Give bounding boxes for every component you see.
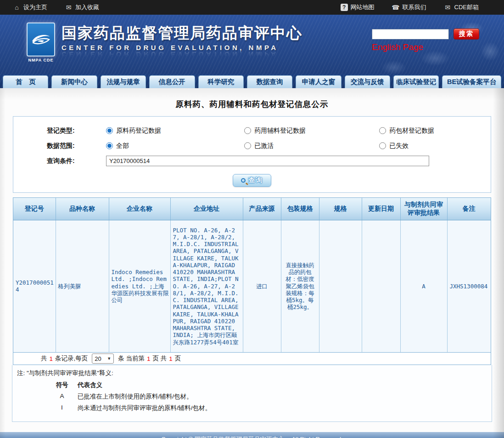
nav-tab-data-query[interactable]: 数据查询 (247, 75, 292, 88)
pagination-current-page: 1 (147, 355, 151, 362)
legend-symbol-i: I (53, 404, 71, 412)
radio-option-all[interactable]: 全部 (106, 142, 244, 150)
col-header-product-source: 产品来源 (243, 198, 281, 220)
nav-tab-be-platform[interactable]: BE试验备案平台 (442, 75, 501, 88)
logo[interactable]: NMPA CDE (26, 21, 56, 62)
col-header-remark: 备注 (447, 198, 491, 220)
nav-tab-info-disclosure[interactable]: 信息公开 (149, 75, 195, 88)
logo-swoosh-icon (30, 30, 51, 49)
legend-header-meaning: 代表含义 (71, 381, 102, 389)
topbar-right-group: ? 网站地图 ☎ 联系我们 ✉ CDE邮箱 (341, 3, 479, 11)
radio-activated-label: 已激活 (254, 142, 274, 150)
radio-api-data[interactable] (106, 127, 113, 134)
radio-option-activated[interactable]: 已激活 (244, 142, 379, 150)
cell-review-result: A (400, 220, 447, 352)
radio-option-packaging-data[interactable]: 药包材登记数据 (379, 127, 434, 135)
radio-all-label: 全部 (116, 142, 129, 150)
cell-update-date (362, 220, 400, 352)
radio-packaging-data[interactable] (379, 127, 386, 134)
data-scope-row: 数据范围: 全部 已激活 已失效 (13, 138, 491, 153)
footer-copyright: Copyright © 国家药品监督管理局药品审评中心 All Right Re… (0, 435, 504, 438)
topbar-left-group: ⌂ 设为主页 ✉ 加入收藏 (13, 3, 99, 11)
query-form: 登记类型: 原料药登记数据 药用辅料登记数据 药包材登记数据 数据范围: (13, 116, 491, 193)
contact-us-label: 联系我们 (403, 3, 426, 11)
legend-row-a: A 已批准在上市制剂使用的原料/辅料/包材。 (17, 393, 487, 401)
radio-activated[interactable] (244, 142, 251, 149)
radio-all[interactable] (106, 142, 113, 149)
radio-option-excipient-data[interactable]: 药用辅料登记数据 (244, 127, 379, 135)
col-header-packaging-spec: 包装规格 (281, 198, 319, 220)
left-edge-shadow (0, 88, 6, 438)
nav-tab-feedback[interactable]: 交流与反馈 (345, 75, 390, 88)
page: ⌂ 设为主页 ✉ 加入收藏 ? 网站地图 ☎ 联系我们 ✉ CDE邮箱 (0, 0, 504, 438)
page-title: 原料药、药用辅料和药包材登记信息公示 (0, 88, 504, 110)
legend-meaning-i: 尚未通过与制剂共同审评审批的原料/辅料/包材。 (71, 404, 211, 412)
header-search-input[interactable] (372, 29, 449, 39)
query-condition-row: 查询条件: (13, 153, 491, 168)
cde-mailbox-link[interactable]: ✉ CDE邮箱 (444, 3, 479, 11)
legend-symbol-a: A (53, 393, 71, 401)
add-favorite-link[interactable]: ✉ 加入收藏 (65, 3, 99, 11)
cell-reg-no: Y20170000514 (13, 220, 56, 352)
header-search-area: 搜索 English Page (372, 28, 491, 52)
sitemap-link[interactable]: ? 网站地图 (341, 3, 375, 11)
radio-expired[interactable] (379, 142, 386, 149)
pagination-page-suffix: 页 (175, 354, 181, 363)
contact-us-link[interactable]: ☎ 联系我们 (392, 3, 426, 11)
col-header-product-name: 品种名称 (56, 198, 109, 220)
mailbox-icon: ✉ (444, 4, 452, 11)
pagination-total-pages: 1 (169, 355, 173, 362)
brand-text: 国家药品监督管理局药品审评中心 CENTER FOR DRUG EVALUATI… (62, 21, 302, 58)
cell-packaging-spec: 直接接触药品的药包材：低密度聚乙烯袋包装规格：每桶5kg。每桶25kg。 (281, 220, 319, 352)
cde-mailbox-label: CDE邮箱 (454, 3, 479, 11)
registration-type-label: 登记类型: (47, 127, 106, 135)
main-content: 原料药、药用辅料和药包材登记信息公示 登记类型: 原料药登记数据 药用辅料登记数… (0, 88, 504, 438)
results-container: 登记号 品种名称 企业名称 企业地址 产品来源 包装规格 规格 更新日期 与制剂… (13, 197, 491, 365)
radio-excipient-data-label: 药用辅料登记数据 (254, 127, 306, 135)
radio-excipient-data[interactable] (244, 127, 251, 134)
pagination-total-records: 1 (50, 355, 53, 362)
col-header-update-date: 更新日期 (362, 198, 400, 220)
notes-box: 注: "与制剂共同审评审批结果"释义: 符号 代表含义 A 已批准在上市制剂使用… (12, 365, 492, 422)
nav-tab-news[interactable]: 新闻中心 (51, 75, 97, 88)
add-favorite-label: 加入收藏 (75, 3, 99, 11)
nav-tab-science[interactable]: 科学研究 (198, 75, 244, 88)
query-button[interactable]: 查询 (233, 174, 271, 187)
topbar: ⌂ 设为主页 ✉ 加入收藏 ? 网站地图 ☎ 联系我们 ✉ CDE邮箱 (0, 0, 504, 15)
legend-header: 符号 代表含义 (17, 381, 487, 389)
nav-tab-regulations[interactable]: 法规与规章 (101, 75, 146, 88)
pagination-records-text: 条记录,每页 (55, 354, 88, 363)
right-edge-shadow (493, 88, 504, 438)
nav-tab-applicant-window[interactable]: 申请人之窗 (296, 75, 341, 88)
set-homepage-label: 设为主页 (23, 3, 47, 11)
question-mark-icon: ? (341, 4, 348, 11)
query-condition-input[interactable] (106, 156, 429, 166)
main-nav: 首 页 新闻中心 法规与规章 信息公开 科学研究 数据查询 申请人之窗 交流与反… (0, 74, 504, 88)
set-homepage-link[interactable]: ⌂ 设为主页 (13, 3, 47, 11)
header-search-button[interactable]: 搜索 (454, 28, 479, 39)
pagination-bar: 共 1 条记录,每页 20 ▼ 条 当前第 1 页 共 1 页 (13, 352, 491, 365)
magnifier-icon (241, 178, 246, 183)
per-page-value: 20 (95, 355, 101, 362)
radio-api-data-label: 原料药登记数据 (116, 127, 161, 135)
pagination-page-of-text: 页 共 (153, 354, 167, 363)
nav-tab-home[interactable]: 首 页 (3, 75, 48, 88)
per-page-select[interactable]: 20 ▼ (92, 354, 114, 364)
registration-type-row: 登记类型: 原料药登记数据 药用辅料登记数据 药包材登记数据 (13, 123, 491, 138)
english-page-link[interactable]: English Page (372, 42, 423, 52)
table-row: Y20170000514 格列美脲 Indoco Remedies Ltd. ;… (13, 220, 491, 352)
results-table: 登记号 品种名称 企业名称 企业地址 产品来源 包装规格 规格 更新日期 与制剂… (13, 198, 491, 352)
query-condition-label: 查询条件: (47, 157, 106, 165)
query-button-label: 查询 (248, 176, 263, 185)
nav-tab-clinical-trial[interactable]: 临床试验登记 (393, 75, 439, 88)
legend-header-symbol: 符号 (53, 381, 71, 389)
sitemap-label: 网站地图 (351, 3, 375, 11)
col-header-reg-no: 登记号 (13, 198, 56, 220)
cell-product-name: 格列美脲 (56, 220, 109, 352)
col-header-spec: 规格 (319, 198, 362, 220)
radio-packaging-data-label: 药包材登记数据 (389, 127, 434, 135)
cell-company-address: PLOT NO. A-26, A-27, A-28/1, A-28/2, M.I… (170, 220, 243, 352)
radio-option-api-data[interactable]: 原料药登记数据 (106, 127, 244, 135)
radio-option-expired[interactable]: 已失效 (379, 142, 409, 150)
brand: NMPA CDE 国家药品监督管理局药品审评中心 CENTER FOR DRUG… (26, 21, 302, 62)
